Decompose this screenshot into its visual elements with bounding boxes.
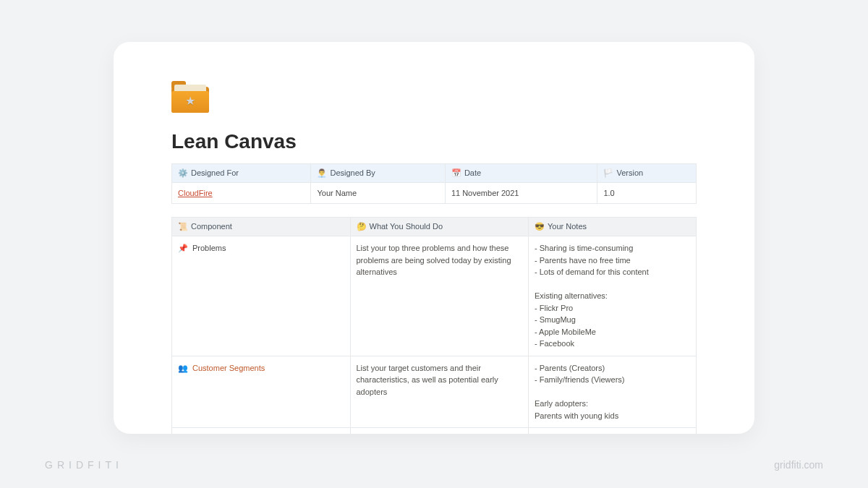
page-title: Lean Canvas — [171, 130, 697, 153]
table-row: 🎯Unique Value PropositionsA single, clea… — [172, 428, 697, 435]
component-label: Customer Segments — [192, 364, 265, 372]
meta-header-label: Designed For — [191, 168, 239, 177]
meta-table: ⚙️Designed For 👨‍💼Designed By 📅Date 🏳️Ve… — [171, 163, 697, 204]
meta-date: 11 November 2021 — [445, 183, 597, 204]
notes-cell: - Sharing is time-consuming - Parents ha… — [529, 236, 697, 356]
component-label: Problems — [192, 244, 226, 252]
meta-designed-for: CloudFire — [172, 183, 311, 204]
stage: ★ Lean Canvas ⚙️Designed For 👨‍💼Designed… — [0, 0, 868, 488]
meta-header-date: 📅Date — [445, 164, 597, 183]
component-cell: 👥Customer Segments — [172, 356, 351, 428]
meta-header-version: 🏳️Version — [597, 164, 697, 183]
cloudfire-link[interactable]: CloudFire — [178, 189, 213, 197]
folder-front-shape: ★ — [171, 91, 209, 113]
component-emoji-icon: 👥 — [178, 364, 188, 372]
page-icon-folder: ★ — [171, 80, 209, 113]
meta-version: 1.0 — [597, 183, 697, 204]
what-cell: A single, clear, compelling message that… — [350, 428, 529, 435]
meta-header-label: Version — [616, 168, 643, 177]
meta-row: CloudFire Your Name 11 November 2021 1.0 — [172, 183, 697, 204]
what-cell: List your target customers and their cha… — [350, 356, 529, 428]
scroll-icon: 📜 — [178, 222, 188, 231]
document-card: ★ Lean Canvas ⚙️Designed For 👨‍💼Designed… — [114, 42, 754, 434]
component-emoji-icon: 📌 — [178, 244, 188, 252]
sunglasses-icon: 😎 — [535, 222, 545, 231]
brand-url: gridfiti.com — [774, 459, 823, 471]
person-icon: 👨‍💼 — [317, 168, 327, 177]
meta-header-label: Designed By — [330, 168, 375, 177]
canvas-header-what: 🤔What You Should Do — [350, 218, 529, 236]
brand-name: GRIDFITI — [45, 459, 123, 471]
canvas-header-label: What You Should Do — [370, 222, 443, 231]
canvas-header-label: Component — [191, 222, 232, 231]
notes-cell: The fastest way to share your photos and… — [529, 428, 697, 435]
thinking-icon: 🤔 — [357, 222, 367, 231]
gear-icon: ⚙️ — [178, 168, 188, 177]
meta-designed-by: Your Name — [311, 183, 445, 204]
calendar-icon: 📅 — [451, 168, 461, 177]
canvas-table: 📜Component 🤔What You Should Do 😎Your Not… — [171, 217, 697, 434]
component-cell: 📌Problems — [172, 236, 351, 356]
meta-header-designed-by: 👨‍💼Designed By — [311, 164, 445, 183]
meta-header-designed-for: ⚙️Designed For — [172, 164, 311, 183]
what-cell: List your top three problems and how the… — [350, 236, 529, 356]
canvas-header-notes: 😎Your Notes — [529, 218, 697, 236]
star-icon: ★ — [185, 95, 195, 107]
component-cell: 🎯Unique Value Propositions — [172, 428, 351, 435]
flag-icon: 🏳️ — [603, 168, 613, 177]
meta-header-label: Date — [464, 168, 481, 177]
canvas-header-label: Your Notes — [548, 222, 587, 231]
table-row: 👥Customer SegmentsList your target custo… — [172, 356, 697, 428]
notes-cell: - Parents (Creators) - Family/friends (V… — [529, 356, 697, 428]
table-row: 📌ProblemsList your top three problems an… — [172, 236, 697, 356]
canvas-header-component: 📜Component — [172, 218, 351, 236]
